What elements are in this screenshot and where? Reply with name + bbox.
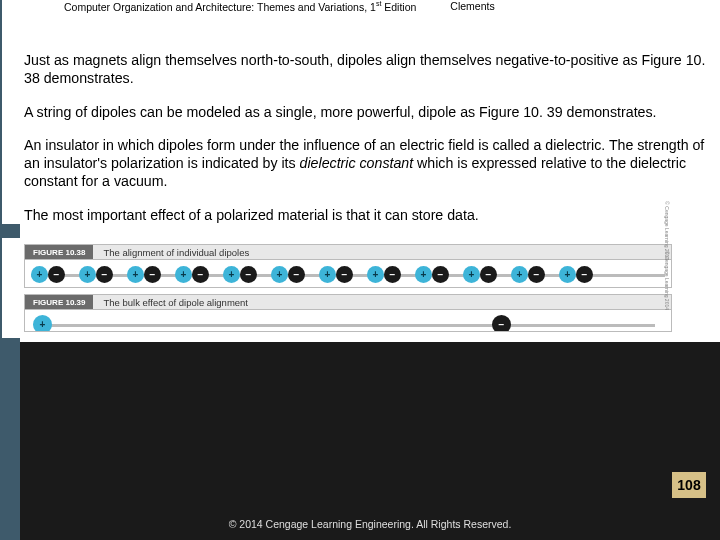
paragraph-2: A string of dipoles can be modeled as a … <box>24 104 718 122</box>
minus-icon: − <box>240 266 257 283</box>
figures-area: FIGURE 10.38 The alignment of individual… <box>2 238 720 338</box>
footer-copyright: © 2014 Cengage Learning Engineering. All… <box>20 518 720 530</box>
plus-icon: + <box>79 266 96 283</box>
header-author: Clements <box>450 0 494 13</box>
paragraph-4: The most important effect of a polarized… <box>24 207 718 225</box>
content-area: Computer Organization and Architecture: … <box>20 0 720 342</box>
figure-header: FIGURE 10.38 The alignment of individual… <box>24 244 672 260</box>
minus-icon: − <box>432 266 449 283</box>
axis-line <box>41 324 655 327</box>
plus-icon: + <box>223 266 240 283</box>
slide-header: Computer Organization and Architecture: … <box>6 0 720 13</box>
plus-icon: + <box>415 266 432 283</box>
dipole-row: +− +− +− +− +− +− +− +− +− +− +− <box>31 264 665 284</box>
header-title: Computer Organization and Architecture: … <box>64 0 416 13</box>
figure-header: FIGURE 10.39 The bulk effect of dipole a… <box>24 294 672 310</box>
slide-inner: Computer Organization and Architecture: … <box>20 0 720 540</box>
minus-icon: − <box>192 266 209 283</box>
figure-10-39: FIGURE 10.39 The bulk effect of dipole a… <box>24 294 672 332</box>
body-text: Just as magnets align themselves north-t… <box>2 18 720 224</box>
plus-icon: + <box>319 266 336 283</box>
minus-icon: − <box>528 266 545 283</box>
paragraph-1: Just as magnets align themselves north-t… <box>24 52 718 88</box>
figure-body: +− +− +− +− +− +− +− +− +− +− +− <box>24 260 672 288</box>
paragraph-3: An insulator in which dipoles form under… <box>24 137 718 190</box>
minus-icon: − <box>96 266 113 283</box>
plus-icon: + <box>31 266 48 283</box>
figure-label: FIGURE 10.39 <box>25 295 93 309</box>
page-number: 108 <box>672 472 706 498</box>
figure-10-38: FIGURE 10.38 The alignment of individual… <box>24 244 672 288</box>
figure-body: + − <box>24 310 672 332</box>
plus-icon: + <box>463 266 480 283</box>
minus-icon: − <box>288 266 305 283</box>
minus-icon: − <box>492 315 511 333</box>
plus-icon: + <box>127 266 144 283</box>
plus-icon: + <box>367 266 384 283</box>
minus-icon: − <box>384 266 401 283</box>
figure-label: FIGURE 10.38 <box>25 245 93 259</box>
plus-icon: + <box>271 266 288 283</box>
plus-icon: + <box>511 266 528 283</box>
figure-copyright: © Cengage Learning 2014 <box>664 252 670 311</box>
plus-icon: + <box>33 315 52 333</box>
minus-icon: − <box>336 266 353 283</box>
slide: Computer Organization and Architecture: … <box>0 0 720 540</box>
header-title-tail: Edition <box>381 1 416 13</box>
header-wrap: Computer Organization and Architecture: … <box>2 0 720 18</box>
plus-icon: + <box>559 266 576 283</box>
minus-icon: − <box>48 266 65 283</box>
big-dipole-row: + − <box>31 314 665 332</box>
minus-icon: − <box>480 266 497 283</box>
header-title-main: Computer Organization and Architecture: … <box>64 1 376 13</box>
paragraph-3-italic: dielectric constant <box>300 155 414 171</box>
figure-caption: The bulk effect of dipole alignment <box>93 297 248 308</box>
dipole-pairs: +− +− +− +− +− +− +− +− +− +− +− <box>31 266 593 283</box>
plus-icon: + <box>175 266 192 283</box>
minus-icon: − <box>576 266 593 283</box>
figure-caption: The alignment of individual dipoles <box>93 247 249 258</box>
minus-icon: − <box>144 266 161 283</box>
